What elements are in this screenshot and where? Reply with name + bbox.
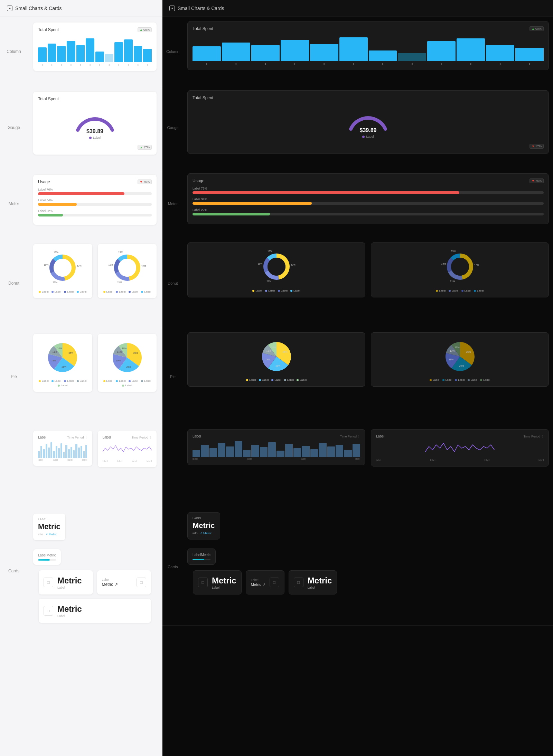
metric-info-row: info ↗ Metric: [38, 533, 60, 536]
dark-big-lbl-3: Label: [308, 586, 332, 589]
big-metric-lbl-3: Label: [57, 614, 82, 618]
legend-label-text: Label: [465, 289, 471, 292]
gauge-content: Total Spent $39.89 Label ▲: [28, 86, 162, 169]
column-card-badge: ▲ 00%: [138, 27, 152, 32]
pie-legend-dot: [468, 379, 470, 381]
pie-legend-label: Label: [132, 379, 139, 382]
dark-gauge-dot: [362, 136, 365, 138]
dark-gauge-value: $39.89: [360, 127, 377, 133]
spark-bar: [50, 442, 52, 458]
svg-text:47%: 47%: [141, 265, 146, 267]
legend-color-dot: [129, 291, 131, 293]
dark-cards-content: LABEL Metric info ↗ Metric Label Metric: [183, 508, 553, 625]
spark-menu-icon[interactable]: ⋮: [85, 436, 87, 439]
meter-content: Usage ▼ 76% Label 76% Label 34% Label 22: [28, 169, 162, 238]
pie-legend-item: Label: [58, 384, 68, 387]
pie-legend-item: Label: [122, 384, 132, 387]
dark-cards-section: Cards LABEL Metric info ↗ Metric Label M…: [162, 508, 553, 626]
dark-meter-content: Usage ▼ 76% Label 76% Label 34% Label 22: [183, 169, 553, 238]
donut-svg: 47%21%19%13%: [108, 249, 146, 287]
metric-card-sm: LABEL Metric info ↗ Metric: [33, 514, 65, 540]
column-section: Column Total Spent ▲ 00% 000000000000: [0, 17, 162, 86]
donut-legend-item: Label: [474, 289, 484, 292]
dark-gauge-content: Total Spent $39.89 Label ▼: [183, 86, 553, 169]
svg-text:21%: 21%: [266, 280, 271, 283]
pie-legend-item: Label: [271, 378, 281, 381]
meter-bar-fill: [193, 191, 459, 194]
right-panel-header: ✦ Small Charts & Cards: [162, 0, 553, 17]
spark-line-time: Time Period ⋮: [132, 436, 152, 439]
donut-content: 47%21%19%13% LabelLabelLabelLabel 47%21%…: [28, 238, 162, 328]
legend-label-text: Label: [281, 289, 288, 292]
donut-legend-item: Label: [265, 289, 275, 292]
legend-color-dot: [436, 290, 438, 292]
spark-bar: [65, 445, 67, 458]
spark-bar: [58, 448, 60, 458]
pie-legend-item: Label: [297, 378, 307, 381]
dark-column-content: Total Spent ▲ 00% 000000000000: [183, 17, 553, 86]
pie-legend-label: Label: [125, 384, 132, 387]
pie-card-1: 35%25%19%11%10% LabelLabelLabelLabelLabe…: [33, 334, 92, 392]
spark-bar: [56, 446, 57, 458]
legend-label-text: Label: [119, 290, 126, 293]
donut-legend-item: Label: [77, 290, 87, 293]
axis-label: label: [38, 459, 43, 461]
big-metric-card-3: □ Metric Label: [39, 599, 151, 623]
meter-bar-fill: [193, 213, 270, 215]
pie-legend-item: Label: [468, 378, 478, 381]
spark-bar: [46, 444, 47, 458]
svg-text:10%: 10%: [57, 347, 62, 350]
dark-big-val-2: Metric ↗: [251, 582, 265, 587]
donut-legend: LabelLabelLabelLabel: [193, 289, 360, 292]
pie-legend-dot: [480, 379, 482, 381]
meter-chart-card: Usage ▼ 76% Label 76% Label 34% Label 22: [33, 175, 157, 225]
pie-legend-label: Label: [80, 379, 87, 382]
dark-column-chart: [193, 35, 544, 62]
progress-bar-fill: [38, 559, 50, 561]
svg-text:11%: 11%: [53, 351, 57, 353]
svg-text:21%: 21%: [450, 280, 455, 283]
donut-legend: LabelLabelLabelLabel: [103, 290, 152, 293]
right-panel: ✦ Small Charts & Cards Column Total Spen…: [162, 0, 553, 756]
svg-text:19%: 19%: [265, 358, 270, 361]
spark-time: Time Period ⋮: [340, 435, 360, 438]
donut-legend-item: Label: [461, 289, 471, 292]
dark-sparkline-label: [162, 425, 183, 508]
pie-legend-label: Label: [433, 378, 440, 381]
pie-legend-dot: [259, 379, 261, 381]
big-metric-lbl-1: Label: [57, 586, 82, 589]
svg-point-29: [451, 258, 469, 276]
svg-text:25%: 25%: [275, 365, 280, 367]
dark-gauge-card: Total Spent $39.89 Label ▼: [187, 90, 549, 154]
legend-label-text: Label: [132, 290, 139, 293]
pie-legend-dot: [116, 380, 118, 382]
spark-bar: [71, 447, 72, 458]
spark-bar: [209, 448, 217, 457]
dark-metric-info: info ↗ Metric: [193, 532, 215, 535]
meter-bar-fill: [193, 202, 312, 205]
svg-text:19%: 19%: [116, 359, 121, 362]
svg-text:35%: 35%: [69, 352, 74, 354]
spark-line-time: Time Period ⋮: [524, 435, 544, 438]
spark-line-axis: label label label label: [376, 459, 544, 461]
legend-label-text: Label: [293, 289, 300, 292]
pie-legend-item: Label: [129, 379, 139, 382]
meter-item: Label 34%: [38, 199, 152, 206]
gauge-legend: Label: [89, 136, 101, 139]
pie-legend-item: Label: [51, 379, 62, 382]
donut-legend-item: Label: [252, 289, 262, 292]
dark-progress-bar-bg: [193, 559, 210, 560]
dark-big-card-1: □ Metric Label: [193, 570, 242, 594]
big-metric-icon-2: □: [137, 578, 146, 587]
dark-progress-label: Label: [193, 553, 201, 557]
dark-donut-label: Donut: [162, 238, 183, 328]
right-header-icon: ✦: [169, 6, 175, 11]
pie-svg: 35%25%19%11%10%: [257, 338, 296, 376]
pie-legend: LabelLabelLabelLabelLabel: [38, 379, 87, 387]
axis-lbl: label: [538, 459, 544, 461]
spark-menu-icon[interactable]: ⋮: [357, 435, 360, 438]
svg-text:19%: 19%: [44, 264, 49, 266]
spark-line-menu[interactable]: ⋮: [541, 435, 544, 438]
spark-line-menu[interactable]: ⋮: [149, 436, 152, 439]
pie-legend-dot: [442, 379, 444, 381]
